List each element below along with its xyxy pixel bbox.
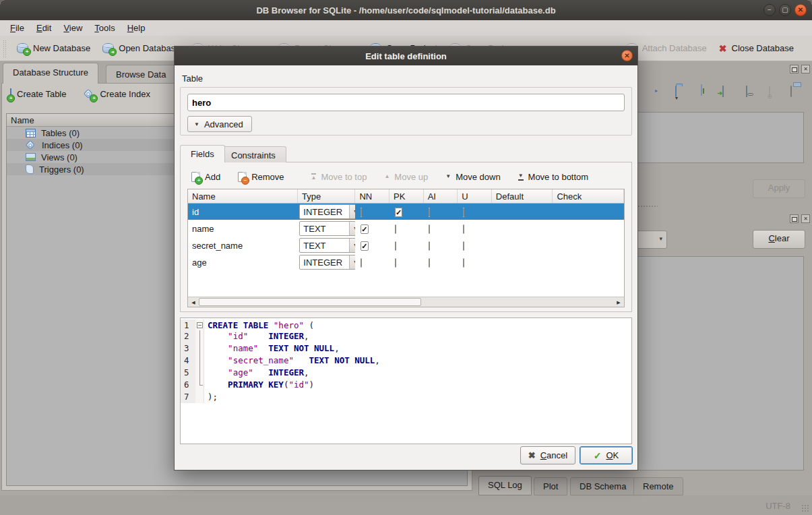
tab-browse-data[interactable]: Browse Data: [106, 65, 176, 84]
horizontal-scrollbar[interactable]: ◀ ▶: [188, 297, 624, 307]
ai-checkbox[interactable]: [429, 258, 430, 268]
close-button[interactable]: ✕: [794, 4, 807, 16]
link-icon[interactable]: [745, 86, 761, 102]
type-dropdown[interactable]: TEXT ▾: [299, 221, 355, 236]
dock2-float-icon[interactable]: [790, 214, 799, 223]
fields-grid-header: Name Type NN PK AI U Default Check: [188, 189, 624, 204]
new-database-button[interactable]: New Database: [11, 40, 96, 57]
tab-database-structure[interactable]: Database Structure: [3, 63, 98, 84]
dock-splitter[interactable]: [637, 205, 658, 208]
dock1-close-icon[interactable]: ✕: [801, 65, 810, 73]
menubar: File Edit View Tools Help: [0, 20, 812, 36]
add-field-button[interactable]: Add: [187, 171, 224, 183]
dialog-titlebar: Edit table definition ✕: [175, 47, 637, 65]
tab-sql-log[interactable]: SQL Log: [478, 476, 532, 495]
field-row-name[interactable]: name TEXT ▾ ✓: [188, 220, 624, 237]
open-external-icon[interactable]: [721, 86, 737, 102]
field-row-secret-name[interactable]: secret_name TEXT ▾ ✓: [188, 237, 624, 254]
nn-checkbox[interactable]: ✓: [361, 241, 368, 251]
menu-help[interactable]: Help: [121, 21, 152, 35]
table-name-input[interactable]: [187, 94, 625, 111]
create-index-button[interactable]: Create Index: [84, 89, 150, 99]
col-pk: PK: [389, 189, 424, 203]
dock1-float-icon[interactable]: [790, 65, 799, 73]
type-dropdown[interactable]: INTEGER ▾: [299, 255, 355, 270]
sql-line: 7 );: [181, 391, 631, 403]
type-dropdown[interactable]: INTEGER ▾: [299, 204, 355, 219]
field-row-age[interactable]: age INTEGER ▾: [188, 254, 624, 271]
pk-checkbox[interactable]: [395, 258, 396, 268]
table-label: Table: [182, 73, 203, 84]
sql-line: 1 − CREATE TABLE "hero" (: [181, 318, 631, 330]
statusbar: UTF-8: [0, 495, 812, 515]
edit-table-dialog: Edit table definition ✕ Table ▼ Advanced…: [174, 46, 638, 471]
open-database-button[interactable]: Open Database: [96, 40, 186, 57]
menu-file[interactable]: File: [4, 21, 30, 35]
move-to-bottom-icon: ▼: [518, 173, 524, 181]
pk-checkbox[interactable]: [395, 241, 396, 251]
ai-checkbox[interactable]: [429, 224, 430, 234]
move-to-bottom-button[interactable]: ▼ Move to bottom: [514, 171, 593, 183]
fields-grid: Name Type NN PK AI U Default Check id IN…: [187, 189, 625, 307]
menu-tools[interactable]: Tools: [88, 21, 121, 35]
pk-checkbox[interactable]: ✓: [395, 208, 402, 217]
import-icon[interactable]: [674, 86, 690, 102]
scrollbar-thumb[interactable]: [199, 298, 421, 306]
tab-remote[interactable]: Remote: [633, 477, 683, 495]
tab-fields[interactable]: Fields: [180, 145, 225, 162]
u-checkbox[interactable]: [463, 241, 464, 251]
set-null-icon: [767, 86, 783, 102]
views-icon: [26, 153, 36, 161]
u-checkbox[interactable]: [463, 224, 464, 234]
col-u: U: [458, 189, 492, 203]
ai-checkbox[interactable]: [429, 208, 430, 217]
tab-db-schema[interactable]: DB Schema: [570, 477, 635, 495]
field-row-id[interactable]: id INTEGER ▾ ✓: [188, 204, 624, 220]
create-index-icon: [84, 89, 93, 98]
u-checkbox[interactable]: [463, 208, 464, 217]
nn-checkbox[interactable]: [361, 258, 362, 268]
fold-collapse-icon[interactable]: −: [197, 322, 203, 328]
close-database-button[interactable]: ✖ Close Database: [713, 40, 800, 57]
scroll-left-icon[interactable]: ◀: [188, 297, 199, 307]
create-table-icon: [10, 88, 11, 100]
dock2-close-icon[interactable]: ✕: [801, 214, 810, 223]
move-down-button[interactable]: ▼ Move down: [441, 171, 504, 183]
nn-checkbox[interactable]: ✓: [361, 224, 368, 234]
encoding-label: UTF-8: [766, 501, 790, 511]
scroll-right-icon[interactable]: ▶: [613, 297, 624, 307]
dialog-close-icon[interactable]: ✕: [621, 50, 633, 61]
advanced-button[interactable]: ▼ Advanced: [187, 116, 252, 132]
ai-checkbox[interactable]: [429, 241, 430, 251]
new-database-icon: [17, 43, 28, 53]
create-table-button[interactable]: Create Table: [10, 89, 66, 99]
col-type: Type: [298, 189, 355, 203]
toolbar-grip[interactable]: [3, 40, 7, 57]
cancel-button[interactable]: ✖ Cancel: [520, 446, 575, 464]
col-name: Name: [188, 189, 298, 203]
nn-checkbox[interactable]: [361, 208, 362, 217]
sql-line: 2 "id" INTEGER,: [181, 330, 631, 342]
sql-line: 4 "secret_name" TEXT NOT NULL,: [181, 355, 631, 367]
menu-view[interactable]: View: [57, 21, 88, 35]
word-wrap-icon[interactable]: [652, 86, 668, 102]
minimize-button[interactable]: −: [763, 4, 776, 16]
open-database-icon: [102, 43, 114, 53]
chevron-down-icon: ▾: [349, 255, 355, 269]
tab-constraints[interactable]: Constraints: [220, 146, 286, 162]
menu-edit[interactable]: Edit: [30, 21, 57, 35]
tab-plot[interactable]: Plot: [534, 477, 567, 495]
type-dropdown[interactable]: TEXT ▾: [299, 238, 355, 253]
add-field-icon: [191, 172, 200, 182]
move-to-top-button: ▲ Move to top: [307, 171, 371, 183]
export-icon[interactable]: [698, 85, 714, 101]
resize-grip[interactable]: [801, 504, 809, 512]
pk-checkbox[interactable]: [395, 224, 396, 234]
maximize-button[interactable]: ▢: [779, 4, 791, 16]
u-checkbox[interactable]: [463, 258, 464, 268]
remove-field-button[interactable]: Remove: [234, 171, 288, 183]
clear-log-button[interactable]: Clear: [753, 230, 805, 249]
window-title: DB Browser for SQLite - /home/user/code/…: [256, 5, 555, 16]
print-icon[interactable]: [788, 86, 805, 102]
ok-button[interactable]: ✓ OK: [580, 446, 633, 464]
